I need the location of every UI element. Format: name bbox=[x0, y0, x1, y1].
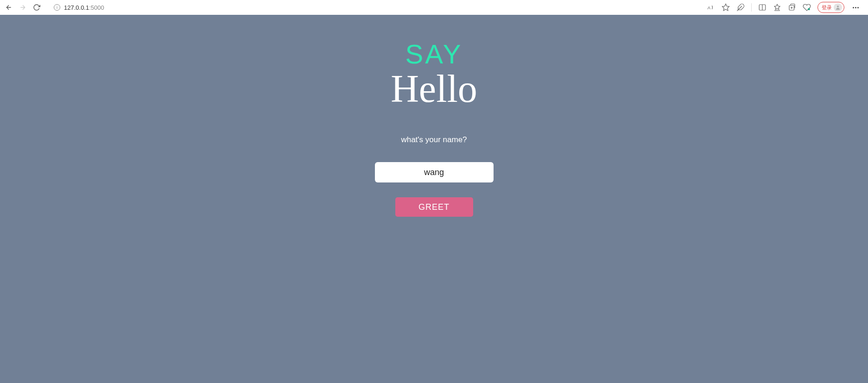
forward-button[interactable] bbox=[19, 3, 27, 12]
browser-toolbar: i 127.0.0.1:5000 A 登录 bbox=[0, 0, 868, 15]
performance-icon[interactable] bbox=[803, 3, 811, 12]
svg-point-9 bbox=[808, 8, 810, 11]
site-info-icon[interactable]: i bbox=[54, 4, 60, 11]
favorites-list-icon[interactable] bbox=[773, 3, 781, 12]
login-button[interactable]: 登录 bbox=[817, 2, 844, 13]
read-aloud-icon[interactable]: A bbox=[707, 3, 715, 12]
svg-marker-4 bbox=[774, 4, 780, 9]
avatar-icon bbox=[834, 3, 842, 12]
back-button[interactable] bbox=[5, 3, 13, 12]
extensions-icon[interactable] bbox=[736, 3, 745, 12]
collections-icon[interactable] bbox=[788, 3, 796, 12]
address-bar[interactable]: i 127.0.0.1:5000 bbox=[48, 1, 699, 13]
heading-say: SAY bbox=[405, 41, 463, 68]
greet-button[interactable]: GREET bbox=[395, 197, 473, 217]
name-prompt: what's your name? bbox=[401, 135, 467, 144]
toolbar-right: A 登录 bbox=[707, 2, 863, 13]
reload-button[interactable] bbox=[32, 3, 41, 12]
page-content: SAY Hello what's your name? GREET bbox=[0, 15, 868, 383]
svg-text:A: A bbox=[708, 5, 711, 10]
svg-marker-1 bbox=[722, 4, 729, 11]
name-input[interactable] bbox=[375, 162, 494, 182]
heading-hello: Hello bbox=[391, 69, 477, 108]
login-label: 登录 bbox=[822, 4, 832, 11]
nav-buttons bbox=[5, 3, 41, 12]
more-menu-button[interactable] bbox=[851, 5, 861, 10]
url-text: 127.0.0.1:5000 bbox=[64, 4, 104, 11]
favorite-star-icon[interactable] bbox=[722, 3, 730, 12]
split-screen-icon[interactable] bbox=[758, 3, 767, 12]
svg-point-10 bbox=[837, 6, 839, 7]
toolbar-divider bbox=[751, 3, 752, 12]
